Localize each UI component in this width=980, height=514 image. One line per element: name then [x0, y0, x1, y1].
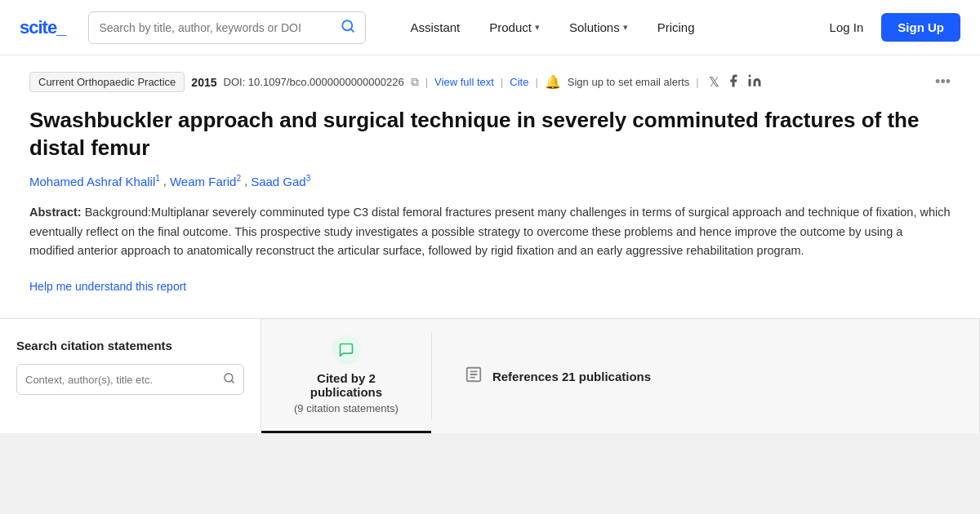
linkedin-icon[interactable] [747, 73, 762, 91]
view-full-text-link[interactable]: View full text [434, 76, 494, 88]
meta-bar: Current Orthopaedic Practice 2015 DOI: 1… [29, 72, 951, 92]
pipe-divider: | [425, 76, 428, 88]
more-options-icon[interactable]: ••• [935, 73, 951, 91]
facebook-icon[interactable] [726, 73, 741, 91]
cited-by-tab[interactable]: Cited by 2publications (9 citation state… [261, 319, 431, 433]
author-1[interactable]: Mohamed Ashraf Khalil1 [29, 174, 160, 188]
cited-by-icon [332, 335, 361, 365]
chevron-down-icon: ▾ [623, 22, 628, 33]
citation-search-container [16, 364, 244, 395]
citation-search-input[interactable] [25, 374, 223, 386]
publication-year: 2015 [191, 76, 216, 89]
search-bar-container [88, 11, 366, 44]
bell-icon[interactable]: 🔔 [545, 74, 561, 90]
cited-by-label: Cited by 2publications [310, 371, 382, 399]
search-citation-panel: Search citation statements [0, 319, 261, 433]
magnifier-icon [223, 372, 235, 387]
nav-links: Assistant Product ▾ Solutions ▾ Pricing … [399, 13, 960, 42]
authors-list: Mohamed Ashraf Khalil1 , Weam Farid2 , S… [29, 174, 951, 188]
abstract-body: Background:Multiplanar severely comminut… [29, 206, 951, 258]
chevron-down-icon: ▾ [535, 22, 540, 33]
signup-button[interactable]: Sign Up [881, 13, 960, 42]
cite-link[interactable]: Cite [510, 76, 528, 88]
navbar: scite_ Assistant Product ▾ Solutions ▾ P… [0, 0, 980, 55]
author-3[interactable]: Saad Gad3 [251, 174, 310, 188]
search-icon [341, 19, 355, 37]
bottom-section: Search citation statements Cited by 2pub… [0, 319, 980, 433]
article-panel: Current Orthopaedic Practice 2015 DOI: 1… [0, 55, 980, 319]
login-button[interactable]: Log In [818, 14, 875, 41]
abstract-label: Abstract: [29, 206, 82, 219]
abstract-text: Abstract: Background:Multiplanar severel… [29, 203, 951, 262]
references-tab[interactable]: References 21 publications [432, 319, 684, 433]
author-2[interactable]: Weam Farid2 [170, 174, 241, 188]
logo[interactable]: scite_ [20, 17, 65, 38]
tabs-panel: Cited by 2publications (9 citation state… [261, 319, 980, 433]
help-understand-link[interactable]: Help me understand this report [29, 280, 186, 293]
social-icons: 𝕏 [709, 73, 762, 91]
svg-line-1 [351, 29, 354, 31]
nav-product[interactable]: Product ▾ [478, 14, 551, 41]
nav-assistant[interactable]: Assistant [399, 14, 471, 41]
alert-text: Sign up to set email alerts [568, 76, 690, 88]
references-icon [465, 366, 483, 388]
search-citation-title: Search citation statements [16, 339, 244, 352]
doi-text: DOI: 10.1097/bco.0000000000000226 [224, 76, 404, 88]
citation-statements-label: (9 citation statements) [294, 402, 399, 414]
journal-name: Current Orthopaedic Practice [29, 72, 185, 92]
nav-pricing[interactable]: Pricing [646, 14, 706, 41]
pipe-divider-3: | [535, 76, 537, 88]
twitter-icon[interactable]: 𝕏 [709, 74, 719, 90]
svg-point-2 [748, 74, 751, 77]
pipe-divider-2: | [501, 76, 503, 88]
copy-icon[interactable]: ⧉ [411, 75, 419, 89]
search-input[interactable] [99, 21, 336, 34]
svg-line-4 [231, 381, 234, 383]
references-label: References 21 publications [492, 370, 651, 383]
nav-solutions[interactable]: Solutions ▾ [558, 14, 639, 41]
pipe-divider-4: | [696, 76, 698, 88]
article-title: Swashbuckler approach and surgical techn… [29, 107, 951, 162]
